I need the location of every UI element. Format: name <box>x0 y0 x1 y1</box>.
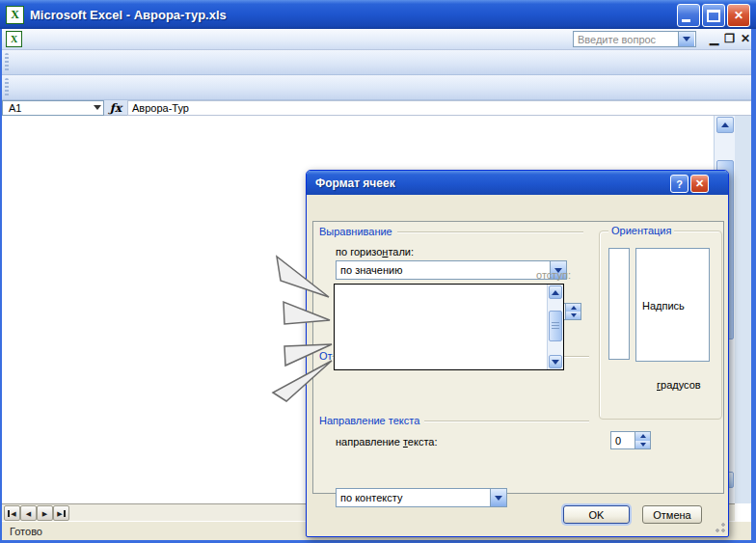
horizontal-combobox[interactable]: по значению <box>336 260 567 280</box>
insert-function-icon[interactable]: ƒx <box>104 101 127 115</box>
list-scroll-down-icon[interactable] <box>549 355 562 368</box>
status-text: Готово <box>10 526 42 537</box>
window-title: Microsoft Excel - Аврора-тур.xls <box>30 8 227 22</box>
scroll-up-icon[interactable] <box>716 117 734 133</box>
doc-minimize-icon[interactable]: ▁ <box>710 32 718 45</box>
text-direction-dropdown-icon[interactable] <box>490 489 506 506</box>
maximize-icon[interactable] <box>702 4 725 27</box>
doc-close-icon[interactable]: ✕ <box>741 32 750 45</box>
name-box-dropdown-icon[interactable] <box>94 105 101 110</box>
question-input[interactable]: Введите вопрос <box>573 31 696 47</box>
horizontal-dropdown-list[interactable] <box>334 284 564 370</box>
formatting-toolbar <box>2 75 754 100</box>
orientation-section-label: Ориентация <box>608 225 674 236</box>
close-icon[interactable]: ✕ <box>727 4 750 27</box>
cell-reference: A1 <box>9 102 21 114</box>
window-border-right <box>751 29 756 543</box>
right-gutter <box>735 116 751 503</box>
excel-window: X Microsoft Excel - Аврора-тур.xls ✕ X В… <box>0 0 756 543</box>
text-direction-rule <box>424 421 589 421</box>
dialog-title: Формат ячеек <box>315 176 395 190</box>
next-sheet-icon[interactable]: ▶ <box>37 505 53 521</box>
dialog-title-bar[interactable]: Формат ячеек <box>307 171 728 195</box>
dialog-help-icon[interactable]: ? <box>670 175 688 193</box>
formula-input[interactable]: Аврора-Тур <box>127 100 754 116</box>
standard-toolbar <box>2 50 754 75</box>
list-scrollbar[interactable] <box>547 285 563 369</box>
prev-sheet-icon[interactable]: ◀ <box>20 505 37 521</box>
degrees-down-icon[interactable] <box>635 441 650 449</box>
window-border-left <box>0 29 2 543</box>
minimize-icon[interactable] <box>677 4 700 27</box>
dial-text: Надпись <box>642 300 685 312</box>
degrees-spinner[interactable]: 0 <box>610 431 651 449</box>
name-box[interactable]: A1 <box>2 100 104 116</box>
list-scroll-up-icon[interactable] <box>549 285 562 299</box>
text-direction-value: по контексту <box>340 492 402 503</box>
degrees-value: 0 <box>615 435 621 447</box>
orientation-dial[interactable]: Надпись <box>635 248 710 362</box>
alignment-section-rule <box>397 231 583 232</box>
indent-up-icon[interactable] <box>566 304 580 312</box>
horizontal-label: по горизонтали: <box>336 246 414 258</box>
vertical-text-option[interactable] <box>608 248 630 360</box>
indent-down-icon[interactable] <box>566 312 580 319</box>
alignment-section-label: Выравнивание <box>319 226 392 237</box>
degrees-label: градусов <box>657 379 701 391</box>
excel-icon: X <box>6 6 24 24</box>
doc-restore-icon[interactable]: ❐ <box>724 32 735 45</box>
display-section-label: От <box>319 350 333 362</box>
last-sheet-icon[interactable]: ▶ <box>53 505 69 521</box>
list-scrollbar-thumb[interactable] <box>549 311 562 341</box>
workbook-icon: X <box>6 31 22 47</box>
formula-bar: A1 ƒx Аврора-Тур <box>2 100 754 116</box>
title-bar: X Microsoft Excel - Аврора-тур.xls ✕ <box>0 0 756 29</box>
text-direction-combobox[interactable]: по контексту <box>336 488 507 507</box>
format-cells-dialog: Формат ячеек ? ✕ Выравнивание по горизон… <box>306 170 729 537</box>
text-direction-label: направление текста: <box>336 436 437 448</box>
dialog-close-icon[interactable]: ✕ <box>690 175 709 193</box>
text-direction-section-label: Направление текста <box>319 415 419 426</box>
indent-label: отступ: <box>536 269 571 281</box>
resize-grip[interactable] <box>714 522 726 534</box>
degrees-up-icon[interactable] <box>635 432 650 441</box>
menu-bar: X Введите вопрос ▁ ❐ ✕ <box>2 29 754 50</box>
horizontal-value: по значению <box>340 264 402 276</box>
question-dropdown-icon[interactable] <box>678 32 694 46</box>
cancel-button[interactable]: Отмена <box>642 505 702 524</box>
first-sheet-icon[interactable]: ◀ <box>4 505 20 521</box>
question-placeholder: Введите вопрос <box>578 34 656 45</box>
ok-button[interactable]: OK <box>563 505 630 524</box>
